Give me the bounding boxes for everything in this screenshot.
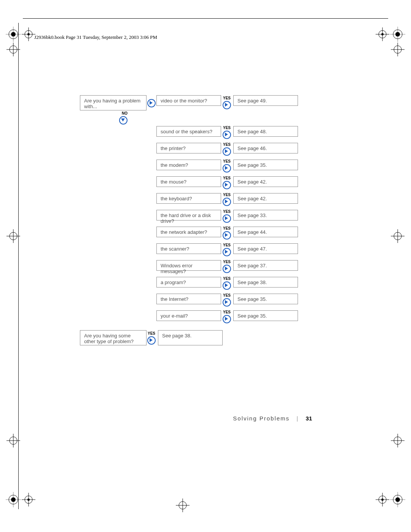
crop-mark-top (23, 18, 388, 19)
svg-point-37 (11, 497, 16, 502)
yes-label: YES (223, 126, 231, 130)
arrow-right-icon (147, 99, 156, 107)
flow-row: the Internet?YESSee page 35. (80, 294, 301, 307)
arrow-right-icon (223, 131, 231, 139)
yes-indicator-9: YES (222, 260, 232, 273)
item-answer-5: See page 42. (233, 193, 298, 204)
intro-question-box: Are you having a problem with... (80, 95, 147, 110)
item-rows-container: sound or the speakers?YESSee page 48.the… (80, 126, 301, 323)
arrow-right-icon (223, 231, 231, 240)
footer-separator: | (296, 415, 299, 422)
item-question-5: the keyboard? (156, 193, 221, 204)
flow-row: Windows error messages?YESSee page 37. (80, 260, 301, 273)
yes-indicator-12: YES (222, 310, 232, 323)
yes-indicator-6: YES (222, 210, 232, 223)
other-question-box: Are you having some other type of proble… (80, 330, 147, 345)
flow-row: sound or the speakers?YESSee page 48. (80, 126, 301, 139)
arrow-right-icon (223, 181, 231, 189)
yes-label: YES (148, 332, 155, 335)
item-question-6: the hard drive or a disk drive? (156, 210, 221, 220)
item-question-4: the mouse? (156, 176, 221, 187)
arrow-right-icon (223, 198, 231, 206)
yes-indicator-8: YES (222, 243, 232, 256)
document-page: J2936bk0.book Page 31 Tuesday, September… (0, 0, 411, 532)
svg-point-11 (395, 32, 400, 37)
yes-label: YES (223, 210, 231, 214)
flow-row: the hard drive or a disk drive?YESSee pa… (80, 210, 301, 223)
item-question-11: the Internet? (156, 294, 221, 304)
item-question-1: sound or the speakers? (156, 126, 221, 137)
item-answer-10: See page 38. (233, 277, 298, 288)
item-answer-0: See page 49. (233, 95, 298, 106)
arrow-right-icon (223, 281, 231, 290)
item-answer-6: See page 33. (233, 210, 298, 220)
yes-label: YES (223, 193, 231, 197)
flow-row: the keyboard?YESSee page 42. (80, 193, 301, 206)
yes-indicator-7: YES (222, 227, 232, 240)
flow-row: the modem?YESSee page 35. (80, 160, 301, 173)
yes-indicator-4: YES (222, 176, 232, 189)
arrow-right-icon (223, 147, 231, 156)
arrow-right-icon (223, 298, 231, 307)
arrow-right-icon (223, 214, 231, 223)
registration-mark-icon (6, 433, 21, 448)
item-question-9: Windows error messages? (156, 260, 221, 271)
svg-point-7 (27, 33, 30, 35)
flow-row: a program?YESSee page 38. (80, 277, 301, 290)
registration-mark-icon (21, 492, 36, 507)
yes-indicator-other: YES (147, 330, 156, 345)
item-question-12: your e-mail? (156, 310, 221, 321)
running-header: J2936bk0.book Page 31 Tuesday, September… (34, 34, 157, 40)
arrow-right-icon (223, 315, 231, 323)
registration-mark-icon (390, 492, 405, 507)
troubleshooting-flow: Are you having a problem with... video o… (80, 95, 301, 349)
item-answer-4: See page 42. (233, 176, 298, 187)
svg-point-49 (381, 498, 384, 501)
yes-label: YES (223, 227, 231, 230)
yes-indicator-10: YES (222, 277, 232, 290)
registration-mark-icon (390, 42, 405, 57)
item-answer-7: See page 44. (233, 227, 298, 237)
item-question-8: the scanner? (156, 243, 221, 254)
registration-mark-icon (6, 228, 21, 244)
yes-indicator-1: YES (222, 126, 232, 139)
registration-mark-icon (375, 27, 390, 42)
yes-indicator-2: YES (222, 143, 232, 156)
svg-point-45 (395, 497, 400, 502)
item-answer-12: See page 35. (233, 310, 298, 321)
yes-label: YES (223, 160, 231, 163)
item-question-7: the network adapter? (156, 227, 221, 237)
arrow-right-icon (223, 164, 231, 173)
no-indicator: NO (80, 111, 147, 125)
flow-row: the printer?YESSee page 46. (80, 143, 301, 156)
yes-indicator-0: YES (222, 95, 232, 110)
intro-arrow (147, 95, 156, 110)
arrow-right-icon (223, 101, 231, 109)
yes-label: YES (223, 310, 231, 314)
item-question-3: the modem? (156, 160, 221, 170)
yes-label: YES (223, 176, 231, 180)
arrow-right-icon (223, 248, 231, 256)
registration-mark-icon (6, 27, 21, 42)
flow-row-intro: Are you having a problem with... video o… (80, 95, 301, 110)
registration-mark-icon (390, 27, 405, 42)
flow-row: the scanner?YESSee page 47. (80, 243, 301, 256)
flow-row: your e-mail?YESSee page 35. (80, 310, 301, 323)
item-answer-1: See page 48. (233, 126, 298, 137)
registration-mark-icon (390, 228, 405, 244)
other-answer-box: See page 38. (158, 330, 223, 345)
yes-label: YES (223, 260, 231, 264)
no-label: NO (122, 111, 127, 115)
item-question-0: video or the monitor? (156, 95, 221, 106)
item-answer-11: See page 35. (233, 294, 298, 304)
registration-mark-icon (6, 42, 21, 57)
yes-indicator-11: YES (222, 294, 232, 307)
flow-row-other: Are you having some other type of proble… (80, 330, 301, 345)
item-answer-8: See page 47. (233, 243, 298, 254)
yes-indicator-5: YES (222, 193, 232, 206)
flow-row: the network adapter?YESSee page 44. (80, 227, 301, 240)
registration-mark-icon (390, 433, 405, 448)
yes-indicator-3: YES (222, 160, 232, 173)
item-answer-9: See page 37. (233, 260, 298, 271)
arrow-right-icon (223, 265, 231, 273)
